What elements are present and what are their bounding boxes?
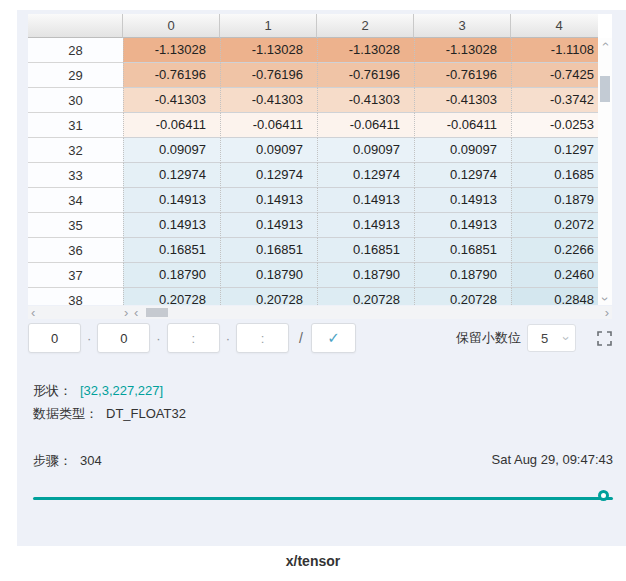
horizontal-scroll-thumb[interactable] xyxy=(146,308,168,317)
tensor-tag-title: x/tensor xyxy=(0,553,626,569)
table-cell: -0.41303 xyxy=(220,88,317,113)
table-cell: -0.76196 xyxy=(123,63,220,88)
table-cell: -0.3742 xyxy=(511,88,598,113)
table-cell: 0.1879 xyxy=(511,188,598,213)
table-cell: 0.14913 xyxy=(123,213,220,238)
vertical-scrollbar[interactable]: › › xyxy=(598,38,612,305)
tensor-viewer-page: 01234 28-1.13028-1.13028-1.13028-1.13028… xyxy=(0,0,626,581)
dtype-row: 数据类型：DT_FLOAT32 xyxy=(33,405,186,423)
table-cell: -0.06411 xyxy=(220,113,317,138)
table-cell: 0.12974 xyxy=(414,163,511,188)
table-cell: -0.76196 xyxy=(414,63,511,88)
table-cell: 0.12974 xyxy=(123,163,220,188)
table-cell: -0.76196 xyxy=(317,63,414,88)
dim-input-0[interactable] xyxy=(28,323,81,353)
table-row-30: 30-0.41303-0.41303-0.41303-0.41303-0.374… xyxy=(28,88,598,113)
table-cell: 0.14913 xyxy=(414,188,511,213)
table-cell: 0.09097 xyxy=(220,138,317,163)
dim-input-2[interactable] xyxy=(167,323,220,353)
apply-dims-button[interactable]: ✓ xyxy=(311,323,356,353)
decimal-places-select[interactable]: 5 › xyxy=(527,324,576,352)
decimal-places-label: 保留小数位 xyxy=(456,329,521,347)
dim-input-1[interactable] xyxy=(97,323,150,353)
scroll-right-icon[interactable]: › xyxy=(605,306,609,319)
table-row-32: 320.090970.090970.090970.090970.1297 xyxy=(28,138,598,163)
tensor-table-card: 01234 28-1.13028-1.13028-1.13028-1.13028… xyxy=(28,14,612,305)
scroll-left-icon[interactable]: ‹ xyxy=(31,306,35,319)
table-cell: 0.16851 xyxy=(414,238,511,263)
row-index-cell: 38 xyxy=(28,288,123,305)
table-cell: -0.41303 xyxy=(123,88,220,113)
table-cell: 0.16851 xyxy=(123,238,220,263)
step-value: 304 xyxy=(80,453,102,468)
vertical-scroll-thumb[interactable] xyxy=(600,76,610,102)
table-cell: 0.18790 xyxy=(220,263,317,288)
table-cell: 0.20728 xyxy=(317,288,414,305)
horizontal-scrollbar[interactable]: ‹ › ‹ › xyxy=(28,306,612,319)
table-cell: 0.20728 xyxy=(414,288,511,305)
table-cell: 0.09097 xyxy=(414,138,511,163)
dtype-label: 数据类型： xyxy=(33,406,98,421)
fullscreen-icon[interactable] xyxy=(597,331,612,346)
scroll-up-icon[interactable]: › xyxy=(600,37,610,51)
column-header-1: 1 xyxy=(220,14,317,38)
table-cell: 0.09097 xyxy=(123,138,220,163)
table-cell: 0.14913 xyxy=(317,188,414,213)
table-cell: 0.18790 xyxy=(414,263,511,288)
table-cell: 0.1297 xyxy=(511,138,598,163)
row-index-cell: 34 xyxy=(28,188,123,213)
table-cell: 0.2072 xyxy=(511,213,598,238)
table-cell: 0.14913 xyxy=(220,188,317,213)
table-cell: 0.18790 xyxy=(317,263,414,288)
table-cell: 0.2848 xyxy=(511,288,598,305)
column-header-4: 4 xyxy=(511,14,598,38)
shape-label: 形状： xyxy=(33,383,72,398)
table-cell: -1.13028 xyxy=(317,38,414,63)
row-index-cell: 29 xyxy=(28,63,123,88)
table-cell: 0.16851 xyxy=(220,238,317,263)
table-row-28: 28-1.13028-1.13028-1.13028-1.13028-1.110… xyxy=(28,38,598,63)
frozen-pane-right-icon[interactable]: › xyxy=(124,306,128,319)
dim-separator: · xyxy=(226,331,230,346)
dim-separator: · xyxy=(156,331,160,346)
table-cell: -1.13028 xyxy=(220,38,317,63)
table-cell: 0.09097 xyxy=(317,138,414,163)
dim-input-3[interactable] xyxy=(236,323,289,353)
table-cell: -0.7425 xyxy=(511,63,598,88)
table-cell: 0.14913 xyxy=(123,188,220,213)
column-header-3: 3 xyxy=(414,14,511,38)
step-slider[interactable] xyxy=(33,489,613,507)
row-index-cell: 30 xyxy=(28,88,123,113)
table-cell: -0.0253 xyxy=(511,113,598,138)
decimal-places-value: 5 xyxy=(541,331,548,346)
table-row-37: 370.187900.187900.187900.187900.2460 xyxy=(28,263,598,288)
dim-separator: · xyxy=(87,331,91,346)
column-header-2: 2 xyxy=(317,14,414,38)
dtype-value: DT_FLOAT32 xyxy=(106,406,186,421)
table-cell: 0.1685 xyxy=(511,163,598,188)
table-cell: 0.14913 xyxy=(414,213,511,238)
table-row-31: 31-0.06411-0.06411-0.06411-0.06411-0.025… xyxy=(28,113,598,138)
step-slider-track[interactable] xyxy=(33,497,613,500)
table-cell: 0.14913 xyxy=(220,213,317,238)
table-cell: -0.06411 xyxy=(414,113,511,138)
step-slider-handle[interactable] xyxy=(598,490,609,501)
frozen-pane-left-icon[interactable]: ‹ xyxy=(134,306,138,319)
row-index-cell: 36 xyxy=(28,238,123,263)
table-cell: -0.41303 xyxy=(317,88,414,113)
table-cell: 0.18790 xyxy=(123,263,220,288)
row-index-cell: 31 xyxy=(28,113,123,138)
step-row: 步骤：304 xyxy=(33,452,102,470)
table-cell: 0.20728 xyxy=(220,288,317,305)
table-cell: -0.76196 xyxy=(220,63,317,88)
grid-body: 28-1.13028-1.13028-1.13028-1.13028-1.110… xyxy=(28,38,598,305)
table-cell: 0.12974 xyxy=(220,163,317,188)
table-cell: -1.13028 xyxy=(414,38,511,63)
dim-slash: / xyxy=(299,330,303,346)
table-row-33: 330.129740.129740.129740.129740.1685 xyxy=(28,163,598,188)
table-cell: 0.20728 xyxy=(123,288,220,305)
row-index-cell: 37 xyxy=(28,263,123,288)
table-row-36: 360.168510.168510.168510.168510.2266 xyxy=(28,238,598,263)
step-timestamp: Sat Aug 29, 09:47:43 xyxy=(492,452,613,467)
scroll-down-icon[interactable]: › xyxy=(600,292,610,306)
